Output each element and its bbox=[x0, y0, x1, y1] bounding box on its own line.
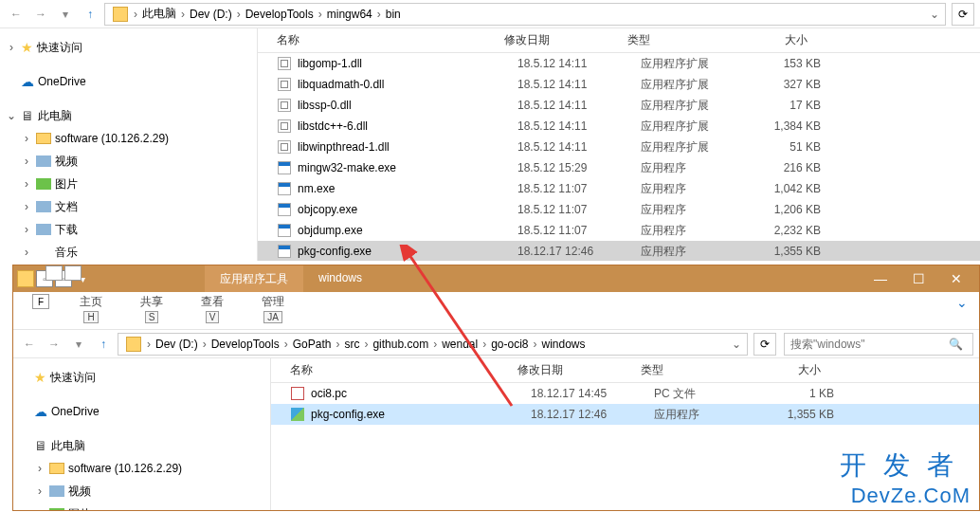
refresh-button[interactable]: ⟳ bbox=[952, 3, 974, 26]
sidebar-label: software (10.126.2.29) bbox=[55, 129, 169, 148]
file-row[interactable]: libssp-0.dll18.5.12 14:11应用程序扩展17 KB bbox=[258, 95, 980, 116]
nav-forward-button[interactable]: → bbox=[44, 334, 64, 355]
ribbon-expand-button[interactable]: ⌄ bbox=[953, 294, 971, 311]
sidebar-item[interactable]: ›下载 bbox=[0, 218, 257, 241]
file-row[interactable]: pkg-config.exe18.12.17 12:46应用程序1,355 KB bbox=[258, 241, 980, 261]
crumb[interactable]: go-oci8 bbox=[488, 338, 531, 351]
tab-tools[interactable]: 应用程序工具 bbox=[205, 265, 303, 293]
dropdown-icon[interactable]: ⌄ bbox=[730, 338, 743, 351]
col-date[interactable]: 修改日期 bbox=[517, 362, 641, 378]
file-row[interactable]: libgomp-1.dll18.5.12 14:11应用程序扩展153 KB bbox=[258, 53, 980, 74]
nav-up-button[interactable]: ↑ bbox=[93, 334, 114, 355]
sidebar-item[interactable]: ›software (10.126.2.29) bbox=[13, 457, 270, 480]
crumb[interactable]: Dev (D:) bbox=[187, 8, 235, 21]
breadcrumb[interactable]: › 此电脑› Dev (D:)› DevelopTools› mingw64› … bbox=[104, 3, 946, 26]
breadcrumb[interactable]: › Dev (D:)› DevelopTools› GoPath› src› g… bbox=[118, 333, 748, 356]
sidebar-label: 快速访问 bbox=[50, 368, 96, 387]
title-bar[interactable]: ▫ ▫ ▾ 1 2 应用程序工具 windows — ☐ ✕ bbox=[13, 265, 979, 292]
file-row[interactable]: libwinpthread-1.dll18.5.12 14:11应用程序扩展51… bbox=[258, 137, 980, 157]
columns-header[interactable]: 名称 修改日期 类型 大小 bbox=[258, 28, 980, 53]
chevron-down-icon: ⌄ bbox=[6, 106, 17, 125]
chevron-right-icon: › bbox=[21, 174, 32, 193]
minimize-button[interactable]: — bbox=[862, 265, 899, 292]
crumb[interactable]: GoPath bbox=[290, 338, 335, 351]
shield-icon bbox=[290, 407, 305, 422]
file-row[interactable]: objdump.exe18.5.12 11:07应用程序2,232 KB bbox=[258, 220, 980, 241]
nav-back-button[interactable]: ← bbox=[19, 334, 40, 355]
nav-back-button[interactable]: ← bbox=[6, 4, 27, 25]
crumb[interactable]: github.com bbox=[370, 338, 431, 351]
col-date[interactable]: 修改日期 bbox=[504, 32, 627, 48]
file-type: 应用程序 bbox=[641, 181, 764, 197]
file-row[interactable]: objcopy.exe18.5.12 11:07应用程序1,206 KB bbox=[258, 199, 980, 220]
sidebar-item[interactable]: ›software (10.126.2.29) bbox=[0, 127, 257, 150]
close-button[interactable]: ✕ bbox=[937, 265, 975, 292]
dropdown-icon[interactable]: ⌄ bbox=[928, 8, 941, 21]
onedrive[interactable]: ☁OneDrive bbox=[0, 70, 257, 93]
crumb[interactable]: DevelopTools bbox=[209, 338, 282, 351]
tab-folder: windows bbox=[303, 265, 377, 293]
col-size[interactable]: 大小 bbox=[764, 362, 859, 378]
chevron-right-icon: › bbox=[431, 338, 439, 351]
file-row[interactable]: libstdc++-6.dll18.5.12 14:11应用程序扩展1,384 … bbox=[258, 116, 980, 137]
col-type[interactable]: 类型 bbox=[641, 362, 764, 378]
sidebar-label: 此电脑 bbox=[51, 436, 85, 455]
file-size: 216 KB bbox=[764, 161, 859, 174]
file-date: 18.5.12 11:07 bbox=[517, 224, 641, 237]
nav-recent-button[interactable]: ▾ bbox=[68, 334, 89, 355]
columns-header[interactable]: 名称 修改日期 类型 大小 bbox=[271, 358, 979, 383]
quick-access[interactable]: ›★快速访问 bbox=[0, 36, 257, 59]
sidebar-item[interactable]: ›音乐 bbox=[0, 241, 257, 261]
ribbon-home[interactable]: 主页H bbox=[80, 294, 102, 323]
file-row[interactable]: oci8.pc18.12.17 14:45PC 文件1 KB bbox=[271, 383, 979, 404]
file-size: 1,042 KB bbox=[764, 182, 859, 195]
file-row[interactable]: nm.exe18.5.12 11:07应用程序1,042 KB bbox=[258, 178, 980, 199]
file-size: 2,232 KB bbox=[764, 224, 859, 237]
exe-icon bbox=[277, 160, 292, 175]
crumb[interactable]: mingw64 bbox=[324, 8, 375, 21]
crumb[interactable]: 此电脑 bbox=[139, 6, 179, 22]
maximize-button[interactable]: ☐ bbox=[899, 265, 937, 292]
quick-access[interactable]: ★快速访问 bbox=[13, 366, 270, 389]
this-pc[interactable]: ⌄🖥此电脑 bbox=[0, 104, 257, 127]
sidebar-item[interactable]: ›图片 bbox=[13, 503, 270, 510]
sidebar-item[interactable]: ›图片 bbox=[0, 173, 257, 195]
onedrive[interactable]: ☁OneDrive bbox=[13, 400, 270, 423]
file-row[interactable]: mingw32-make.exe18.5.12 15:29应用程序216 KB bbox=[258, 157, 980, 178]
search-icon[interactable]: 🔍 bbox=[949, 338, 963, 351]
file-name: mingw32-make.exe bbox=[298, 161, 517, 174]
file-name: nm.exe bbox=[298, 182, 517, 195]
file-name: libssp-0.dll bbox=[298, 99, 517, 112]
crumb[interactable]: windows bbox=[539, 338, 589, 351]
ribbon-share[interactable]: 共享S bbox=[140, 294, 163, 323]
sidebar-item[interactable]: ›视频 bbox=[0, 150, 257, 173]
this-pc[interactable]: 🖥此电脑 bbox=[13, 434, 270, 457]
file-name: oci8.pc bbox=[311, 387, 531, 400]
ribbon-manage[interactable]: 管理JA bbox=[262, 294, 284, 323]
crumb[interactable]: src bbox=[341, 338, 362, 351]
crumb[interactable]: Dev (D:) bbox=[153, 338, 201, 351]
sidebar-item[interactable]: ›视频 bbox=[13, 480, 270, 503]
file-type: 应用程序 bbox=[654, 407, 777, 423]
file-list: 名称 修改日期 类型 大小 libgomp-1.dll18.5.12 14:11… bbox=[258, 28, 980, 261]
col-size[interactable]: 大小 bbox=[751, 32, 845, 48]
folder-icon[interactable] bbox=[17, 270, 34, 287]
col-name[interactable]: 名称 bbox=[258, 32, 504, 48]
crumb[interactable]: wendal bbox=[439, 338, 481, 351]
nav-up-button[interactable]: ↑ bbox=[80, 4, 100, 25]
crumb[interactable]: bin bbox=[383, 8, 404, 21]
ribbon-view[interactable]: 查看V bbox=[201, 294, 224, 323]
chevron-right-icon: › bbox=[34, 482, 45, 501]
sidebar-item[interactable]: ›文档 bbox=[0, 195, 257, 218]
file-row[interactable]: libquadmath-0.dll18.5.12 14:11应用程序扩展327 … bbox=[258, 74, 980, 95]
nav-forward-button[interactable]: → bbox=[30, 4, 51, 25]
crumb[interactable]: DevelopTools bbox=[243, 8, 317, 21]
col-type[interactable]: 类型 bbox=[627, 32, 751, 48]
chevron-right-icon[interactable]: › bbox=[132, 8, 139, 21]
search-input[interactable] bbox=[790, 338, 949, 351]
search-box[interactable]: 🔍 bbox=[784, 333, 973, 356]
nav-recent-button[interactable]: ▾ bbox=[55, 4, 76, 25]
refresh-button[interactable]: ⟳ bbox=[753, 333, 776, 356]
col-name[interactable]: 名称 bbox=[271, 362, 517, 378]
file-row[interactable]: pkg-config.exe18.12.17 12:46应用程序1,355 KB bbox=[271, 404, 979, 425]
